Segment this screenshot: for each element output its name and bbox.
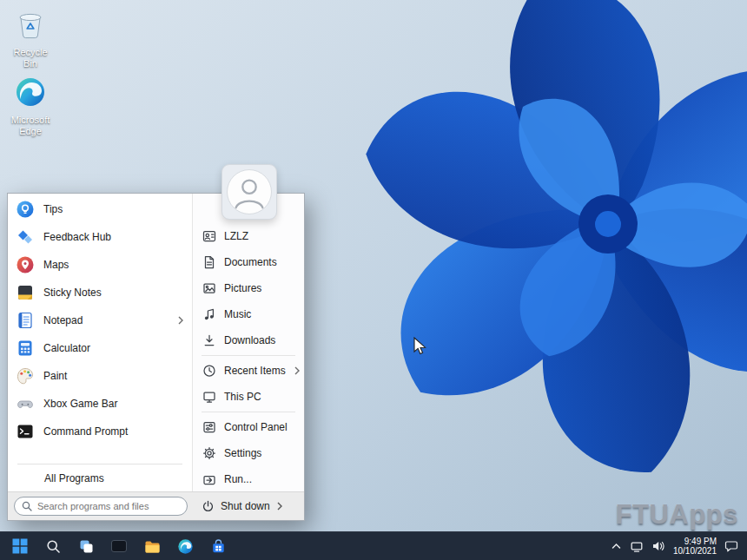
start-menu-item-label: Maps <box>43 259 184 271</box>
start-menu-item-user-folder[interactable]: LZLZ <box>193 223 304 249</box>
desktop-icon-label: Recycle Bin <box>5 47 56 69</box>
taskbar-clock[interactable]: 9:49 PM 10/10/2021 <box>673 537 717 557</box>
windows-logo-icon <box>12 538 28 554</box>
start-menu-item-label: Documents <box>224 256 294 268</box>
maps-icon <box>16 255 35 274</box>
clock-icon <box>202 364 216 378</box>
paint-icon <box>16 366 35 385</box>
submenu-chevron-icon <box>294 366 301 375</box>
start-menu-right-panel: LZLZ Documents Pictu <box>192 194 304 491</box>
file-explorer-button[interactable] <box>139 534 165 559</box>
microsoft-store-button[interactable] <box>205 534 231 559</box>
start-menu-item-feedback-hub[interactable]: Feedback Hub <box>8 223 192 251</box>
notifications-button[interactable] <box>724 539 738 553</box>
tips-icon <box>16 200 35 219</box>
taskbar-search-button[interactable] <box>40 534 66 559</box>
recycle-bin-icon <box>13 7 48 42</box>
search-input[interactable] <box>37 501 180 511</box>
start-menu-item-label: Command Prompt <box>43 425 184 438</box>
volume-button[interactable] <box>651 540 665 552</box>
desktop-icon-microsoft-edge[interactable]: Microsoft Edge <box>5 75 56 136</box>
start-menu-item-label: Music <box>224 308 294 320</box>
divider <box>17 464 182 464</box>
dark-window-icon <box>110 538 128 554</box>
start-menu-item-this-pc[interactable]: This PC <box>193 384 304 410</box>
divider <box>202 355 295 356</box>
user-card-icon <box>202 229 216 243</box>
network-icon <box>630 540 644 553</box>
start-menu-item-recent-items[interactable]: Recent Items <box>193 358 304 384</box>
user-avatar-tile[interactable] <box>221 164 277 220</box>
start-menu-item-label: Recent Items <box>224 365 286 377</box>
edge-icon <box>13 75 48 109</box>
start-menu-item-music[interactable]: Music <box>193 301 304 327</box>
all-programs-label: All Programs <box>44 472 104 484</box>
folder-icon <box>144 539 161 554</box>
clock-date: 10/10/2021 <box>673 546 717 557</box>
sticky-notes-icon <box>16 283 35 302</box>
user-avatar <box>227 169 272 214</box>
clock-time: 9:49 PM <box>673 537 717 547</box>
start-menu-item-xbox-game-bar[interactable]: Xbox Game Bar <box>8 390 192 418</box>
feedback-hub-icon <box>16 227 35 247</box>
divider <box>202 412 295 412</box>
start-menu-bottom-bar: Shut down <box>8 491 304 520</box>
edge-button[interactable] <box>172 534 198 559</box>
computer-icon <box>202 390 216 404</box>
desktop: Recycle Bin Microsoft Edge FTUApps <box>0 0 747 560</box>
speaker-icon <box>651 540 665 552</box>
mouse-cursor <box>413 337 428 359</box>
xbox-game-bar-icon <box>16 394 35 413</box>
start-menu-item-control-panel[interactable]: Control Panel <box>193 414 304 440</box>
notifications-icon <box>724 539 738 553</box>
shut-down-chevron-icon <box>276 502 283 511</box>
network-button[interactable] <box>630 540 644 553</box>
notepad-icon <box>16 311 35 330</box>
control-panel-icon <box>202 420 216 434</box>
start-menu-item-label: Settings <box>224 447 294 459</box>
start-menu-item-pictures[interactable]: Pictures <box>193 275 304 301</box>
shut-down-label: Shut down <box>221 500 270 512</box>
document-icon <box>202 255 216 269</box>
start-menu-item-notepad[interactable]: Notepad <box>8 306 192 334</box>
taskbar: 9:49 PM 10/10/2021 <box>0 531 747 560</box>
start-menu-item-label: LZLZ <box>224 230 294 242</box>
edge-icon <box>177 538 194 555</box>
start-menu-item-downloads[interactable]: Downloads <box>193 327 304 353</box>
task-view-button[interactable] <box>73 534 99 559</box>
shut-down-button[interactable]: Shut down <box>202 500 283 513</box>
start-menu-item-run[interactable]: Run... <box>193 466 304 492</box>
start-menu-item-tips[interactable]: Tips <box>8 195 192 223</box>
start-menu-item-documents[interactable]: Documents <box>193 249 304 275</box>
desktop-icon-label: Microsoft Edge <box>5 115 56 136</box>
start-menu-item-label: Feedback Hub <box>43 231 184 243</box>
desktop-icon-recycle-bin[interactable]: Recycle Bin <box>5 7 56 69</box>
start-menu-item-maps[interactable]: Maps <box>8 251 192 279</box>
submenu-chevron-icon <box>177 316 184 325</box>
start-menu-item-label: Sticky Notes <box>43 287 184 299</box>
start-menu-item-command-prompt[interactable]: Command Prompt <box>8 418 192 445</box>
start-menu-item-label: Xbox Game Bar <box>43 398 184 410</box>
start-menu-item-paint[interactable]: Paint <box>8 362 192 390</box>
start-menu-item-sticky-notes[interactable]: Sticky Notes <box>8 279 192 306</box>
tray-chevron-up-button[interactable] <box>611 541 622 551</box>
start-menu-item-label: Control Panel <box>224 421 294 433</box>
start-menu-item-label: Downloads <box>224 334 294 346</box>
all-programs-button[interactable]: All Programs <box>8 466 192 490</box>
start-menu-item-calculator[interactable]: Calculator <box>8 334 192 362</box>
picture-icon <box>202 281 216 295</box>
start-menu: Tips Feedback Hub <box>7 193 305 521</box>
search-icon <box>46 539 61 554</box>
start-menu-item-label: Notepad <box>43 314 169 326</box>
task-view-icon <box>79 539 94 554</box>
pinned-app-button[interactable] <box>106 534 132 559</box>
start-button[interactable] <box>7 534 33 559</box>
start-menu-left-panel: Tips Feedback Hub <box>8 194 192 491</box>
chevron-up-icon <box>611 541 622 551</box>
store-icon <box>210 538 227 555</box>
watermark: FTUApps <box>616 499 738 530</box>
run-icon <box>202 472 216 486</box>
search-box[interactable] <box>14 497 188 516</box>
start-menu-item-settings[interactable]: Settings <box>193 440 304 466</box>
search-icon <box>22 501 32 511</box>
